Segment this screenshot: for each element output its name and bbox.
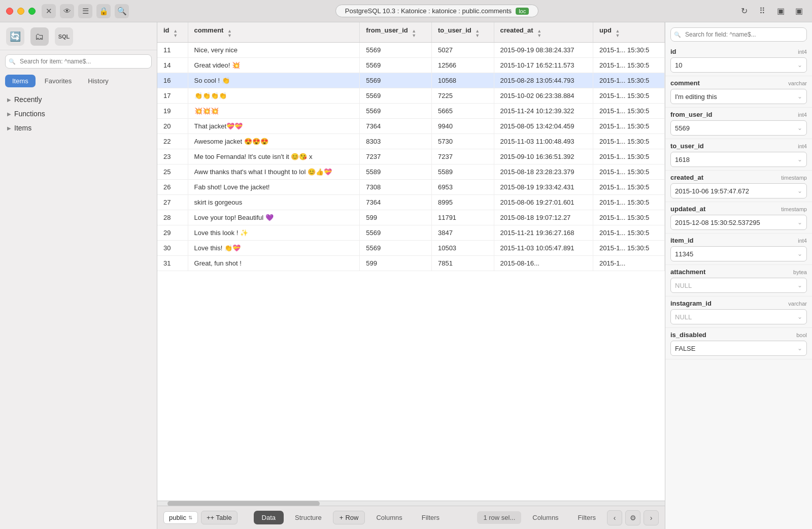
table-cell-from_user_id[interactable]: 5569 [360,104,432,119]
table-row[interactable]: 27skirt is gorgeous736489952015-08-06 19… [157,195,665,210]
nav-next-icon[interactable]: › [644,510,659,525]
table-cell-upd[interactable]: 2015-1... 15:30:5 [593,104,665,119]
table-cell-comment[interactable]: Love this look ! ✨ [188,225,360,241]
table-cell-id[interactable]: 17 [157,88,188,104]
sidebar-tab-favorites[interactable]: Favorites [38,75,79,87]
panel-left-icon[interactable]: ▣ [773,4,788,18]
table-cell-comment[interactable]: Fab shot! Love the jacket! [188,180,360,195]
table-cell-comment[interactable]: Love this! 👏💝 [188,241,360,256]
sidebar-db-icon[interactable]: 🔄 [6,27,24,46]
table-cell-from_user_id[interactable]: 5569 [360,88,432,104]
table-row[interactable]: 30Love this! 👏💝5569105032015-11-03 10:05… [157,241,665,256]
col-header-comment[interactable]: comment ▲▼ [188,22,360,43]
maximize-button[interactable] [28,8,36,15]
table-row[interactable]: 26Fab shot! Love the jacket!730869532015… [157,180,665,195]
table-cell-comment[interactable]: Nice, very nice [188,43,360,58]
table-row[interactable]: 19💥💥💥556956652015-11-24 10:12:39.3222015… [157,104,665,119]
table-row[interactable]: 14Great video! 💥5569125662015-10-17 16:5… [157,58,665,73]
table-cell-to_user_id[interactable]: 12566 [431,58,494,73]
rp-field-value-instagram_id[interactable]: NULL⌄ [670,309,807,324]
tree-item-recently[interactable]: ▶ Recently [0,92,157,107]
horizontal-scrollbar-track[interactable] [157,501,665,506]
table-cell-upd[interactable]: 2015-1... 15:30:5 [593,134,665,149]
col-header-from-user-id[interactable]: from_user_id ▲▼ [360,22,432,43]
table-cell-created_at[interactable]: 2015-10-02 06:23:38.884 [494,88,593,104]
table-cell-created_at[interactable]: 2015-08-05 13:42:04.459 [494,119,593,134]
table-cell-comment[interactable]: 👏👏👏👏 [188,88,360,104]
table-cell-comment[interactable]: Awesome jacket 😍😍😍 [188,134,360,149]
table-cell-upd[interactable]: 2015-1... 15:30:5 [593,241,665,256]
tab-columns[interactable]: Columns [368,511,410,524]
table-cell-from_user_id[interactable]: 5569 [360,225,432,241]
table-cell-created_at[interactable]: 2015-10-17 16:52:11.573 [494,58,593,73]
table-cell-to_user_id[interactable]: 5589 [431,164,494,180]
sidebar-sql-icon[interactable]: SQL [55,27,73,46]
rp-field-value-from_user_id[interactable]: 5569⌄ [670,120,807,136]
tab-data[interactable]: Data [254,511,284,524]
table-cell-comment[interactable]: Aww thanks that's what I thought to lol … [188,164,360,180]
sidebar-table-icon[interactable]: 🗂 [30,27,49,46]
table-cell-id[interactable]: 31 [157,256,188,271]
refresh-icon[interactable]: ↻ [737,4,751,18]
table-cell-comment[interactable]: Love your top! Beautiful 💜 [188,210,360,225]
table-cell-id[interactable]: 26 [157,180,188,195]
table-cell-upd[interactable]: 2015-1... 15:30:5 [593,180,665,195]
table-cell-id[interactable]: 20 [157,119,188,134]
table-cell-upd[interactable]: 2015-1... 15:30:5 [593,149,665,164]
rp-field-value-item_id[interactable]: 11345⌄ [670,246,807,261]
table-cell-created_at[interactable]: 2015-11-24 10:12:39.322 [494,104,593,119]
table-row[interactable]: 16So cool ! 👏5569105682015-08-28 13:05:4… [157,73,665,88]
table-cell-from_user_id[interactable]: 7364 [360,119,432,134]
table-cell-created_at[interactable]: 2015-11-03 10:05:47.891 [494,241,593,256]
table-cell-comment[interactable]: skirt is gorgeous [188,195,360,210]
table-cell-id[interactable]: 11 [157,43,188,58]
panel-right-icon[interactable]: ▣ [792,4,806,18]
table-cell-upd[interactable]: 2015-1... [593,256,665,271]
rp-field-value-attachment[interactable]: NULL⌄ [670,278,807,293]
table-cell-to_user_id[interactable]: 7225 [431,88,494,104]
table-cell-to_user_id[interactable]: 10503 [431,241,494,256]
table-cell-from_user_id[interactable]: 599 [360,256,432,271]
search-icon[interactable]: 🔍 [115,4,129,18]
table-cell-comment[interactable]: That jacket💝💝 [188,119,360,134]
col-header-upd[interactable]: upd ▲▼ [593,22,665,43]
table-cell-upd[interactable]: 2015-1... 15:30:5 [593,73,665,88]
table-cell-from_user_id[interactable]: 5569 [360,58,432,73]
table-row[interactable]: 22Awesome jacket 😍😍😍830357302015-11-03 1… [157,134,665,149]
table-cell-upd[interactable]: 2015-1... 15:30:5 [593,210,665,225]
sidebar-tab-history[interactable]: History [81,75,115,87]
tab-filters[interactable]: Filters [414,511,448,524]
table-cell-to_user_id[interactable]: 5027 [431,43,494,58]
table-row[interactable]: 31Great, fun shot !59978512015-08-16...2… [157,256,665,271]
table-cell-to_user_id[interactable]: 5730 [431,134,494,149]
rp-field-value-to_user_id[interactable]: 1618⌄ [670,152,807,167]
table-cell-id[interactable]: 30 [157,241,188,256]
table-cell-upd[interactable]: 2015-1... 15:30:5 [593,43,665,58]
table-cell-from_user_id[interactable]: 7308 [360,180,432,195]
table-cell-upd[interactable]: 2015-1... 15:30:5 [593,164,665,180]
rp-field-value-updated_at[interactable]: 2015-12-08 15:30:52.537295⌄ [670,215,807,230]
table-cell-created_at[interactable]: 2015-08-06 19:27:01.601 [494,195,593,210]
tab-columns-2[interactable]: Columns [524,511,566,524]
table-row[interactable]: 11Nice, very nice556950272015-09-19 08:3… [157,43,665,58]
col-header-created-at[interactable]: created_at ▲▼ [494,22,593,43]
table-cell-upd[interactable]: 2015-1... 15:30:5 [593,58,665,73]
table-cell-from_user_id[interactable]: 8303 [360,134,432,149]
table-row[interactable]: 25Aww thanks that's what I thought to lo… [157,164,665,180]
sidebar-search-input[interactable] [5,54,152,69]
table-cell-id[interactable]: 28 [157,210,188,225]
add-table-button[interactable]: + + Table [201,511,238,524]
lock-icon[interactable]: 🔒 [96,4,111,18]
table-cell-created_at[interactable]: 2015-08-28 13:05:44.793 [494,73,593,88]
table-cell-created_at[interactable]: 2015-11-21 19:36:27.168 [494,225,593,241]
table-cell-to_user_id[interactable]: 8995 [431,195,494,210]
tree-item-functions[interactable]: ▶ Functions [0,107,157,121]
table-cell-comment[interactable]: Great video! 💥 [188,58,360,73]
table-cell-created_at[interactable]: 2015-08-18 19:07:12.27 [494,210,593,225]
table-cell-comment[interactable]: Great, fun shot ! [188,256,360,271]
tab-filters-2[interactable]: Filters [570,511,604,524]
rp-field-value-created_at[interactable]: 2015-10-06 19:57:47.672⌄ [670,183,807,199]
table-cell-created_at[interactable]: 2015-09-10 16:36:51.392 [494,149,593,164]
table-cell-from_user_id[interactable]: 5569 [360,73,432,88]
schema-selector[interactable]: public ⇅ [163,511,198,524]
